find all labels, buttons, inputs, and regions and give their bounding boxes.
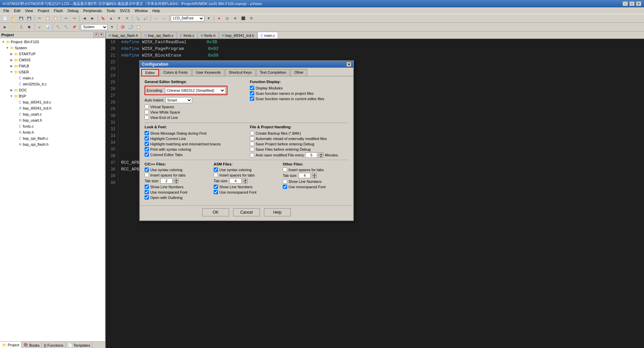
dialog-tab-shortcuts-label: Shortcut Keys — [229, 70, 252, 74]
scan-project-check[interactable] — [250, 91, 254, 95]
cpp-tab-size-row: Tab size: ▲ ▼ — [145, 178, 210, 184]
auto-save-up-btn[interactable]: ▲ — [319, 152, 323, 155]
print-syntax-row: Print with syntax coloring — [145, 147, 243, 151]
asm-tab-up-btn[interactable]: ▲ — [243, 178, 248, 181]
create-backup-row: Create Backup files (*.BAK) — [250, 131, 348, 135]
other-monospaced-check[interactable] — [283, 185, 287, 189]
asm-syntax-check[interactable] — [214, 167, 218, 172]
file-project-title: File & Project Handling: — [250, 125, 348, 129]
view-end-of-line-label: View End of Line — [150, 116, 178, 120]
dialog-close-btn[interactable]: ✕ — [346, 62, 351, 67]
dialog-overlay: Configuration ✕ Editor Colors & Fonts Us… — [0, 0, 644, 348]
save-project-debug-check[interactable] — [250, 142, 254, 146]
asm-tab-down-btn[interactable]: ▼ — [243, 181, 248, 184]
auto-indent-select[interactable]: Smart None Block — [165, 97, 192, 103]
view-white-space-check[interactable] — [145, 110, 149, 114]
display-modules-check[interactable] — [250, 86, 254, 90]
top-section: General Editor Settings: Encoding: Chine… — [145, 80, 348, 121]
save-project-debug-row: Save Project before entering Debug — [250, 142, 348, 146]
print-syntax-label: Print with syntax coloring — [150, 147, 191, 151]
auto-save-input[interactable] — [305, 152, 317, 158]
auto-save-down-btn[interactable]: ▼ — [319, 155, 323, 158]
cpp-tab-up-btn[interactable]: ▲ — [174, 178, 178, 181]
cpp-spaces-check[interactable] — [145, 173, 149, 177]
cpp-line-numbers-check[interactable] — [145, 185, 149, 189]
scan-current-check[interactable] — [250, 96, 254, 101]
cpp-tab-size-input[interactable] — [160, 178, 172, 184]
asm-files-title: ASM Files: — [214, 162, 279, 166]
auto-reload-check[interactable] — [250, 136, 254, 141]
view-end-of-line-row: View End of Line — [145, 115, 243, 120]
create-backup-label: Create Backup files (*.BAK) — [256, 131, 301, 135]
other-tab-size-input[interactable] — [299, 173, 311, 178]
other-spaces-check[interactable] — [283, 167, 287, 172]
asm-line-numbers-check[interactable] — [214, 185, 218, 189]
auto-reload-label: Automatic reload of externally modified … — [256, 137, 327, 141]
asm-spaces-label: Insert spaces for tabs — [219, 173, 255, 177]
asm-monospaced-label: Use monospaced Font — [219, 190, 257, 194]
dialog-tab-colors[interactable]: Colors & Fonts — [160, 69, 192, 76]
other-tab-down-btn[interactable]: ▼ — [312, 176, 317, 178]
asm-spaces-check[interactable] — [214, 173, 218, 177]
scan-current-row: Scan function names in current editor fi… — [250, 96, 348, 101]
dialog-tab-shortcuts[interactable]: Shortcut Keys — [225, 69, 255, 76]
create-backup-check[interactable] — [250, 131, 254, 135]
other-files: Other Files: Insert spaces for tabs Tab … — [283, 162, 348, 201]
view-end-of-line-check[interactable] — [145, 115, 149, 120]
other-line-numbers-check[interactable] — [283, 179, 287, 184]
asm-tab-size-input[interactable] — [229, 178, 241, 184]
highlight-current-line-row: Highlight Current Line — [145, 136, 243, 141]
show-message-check[interactable] — [145, 131, 149, 135]
dialog-tab-other[interactable]: Other — [290, 69, 307, 76]
cpp-outlining-check[interactable] — [145, 195, 149, 200]
dialog-tab-completion-label: Text Completion — [260, 70, 286, 74]
cpp-files-title: C/C++ Files: — [145, 162, 210, 166]
auto-save-row: Auto save modified File every ▲ ▼ Minute… — [250, 152, 348, 158]
save-files-debug-check[interactable] — [250, 147, 254, 151]
asm-line-numbers-label: Show Line Numbers — [219, 185, 253, 189]
colored-tabs-check[interactable] — [145, 152, 149, 157]
cpp-tab-spinners: ▲ ▼ — [174, 178, 178, 184]
dialog-body: General Editor Settings: Encoding: Chine… — [140, 76, 353, 204]
dialog-tab-editor[interactable]: Editor — [141, 69, 159, 76]
other-monospaced-label: Use monospaced Font — [288, 185, 326, 189]
cancel-button[interactable]: Cancel — [233, 208, 260, 216]
cpp-monospaced-check[interactable] — [145, 190, 149, 194]
cpp-monospaced-label: Use monospaced Font — [150, 190, 187, 194]
cpp-syntax-label: Use syntax coloring — [150, 168, 182, 172]
other-tab-size-row: Tab size: ▲ ▼ — [283, 173, 348, 178]
display-modules-row: Display Modules — [250, 86, 348, 90]
virtual-spaces-check[interactable] — [145, 105, 149, 109]
other-line-numbers-label: Show Line Numbers — [288, 180, 322, 184]
dialog-tab-completion[interactable]: Text Completion — [256, 69, 290, 76]
asm-syntax-label: Use syntax coloring — [219, 168, 252, 172]
highlight-braces-check[interactable] — [145, 142, 149, 146]
general-editor-settings: General Editor Settings: Encoding: Chine… — [145, 80, 243, 121]
look-and-feel: Look & Feel: Show Message Dialog during … — [145, 125, 243, 158]
divider1 — [145, 123, 348, 123]
auto-save-check[interactable] — [250, 153, 254, 157]
other-spaces-row: Insert spaces for tabs — [283, 167, 348, 172]
save-files-debug-row: Save Files before entering Debug — [250, 147, 348, 151]
view-white-space-label: View White Space — [150, 110, 180, 114]
highlight-braces-label: Highlight matching and mismatched braces — [150, 142, 221, 146]
ok-button[interactable]: OK — [202, 208, 229, 216]
asm-monospaced-check[interactable] — [214, 190, 218, 194]
cpp-tab-down-btn[interactable]: ▼ — [174, 181, 178, 184]
display-modules-label: Display Modules — [256, 86, 283, 90]
highlight-current-check[interactable] — [145, 136, 149, 141]
other-tab-up-btn[interactable]: ▲ — [312, 173, 317, 176]
look-feel-title: Look & Feel: — [145, 125, 243, 129]
view-white-space-row: View White Space — [145, 110, 243, 114]
other-monospaced-row: Use monospaced Font — [283, 185, 348, 189]
encoding-select[interactable]: Chinese GB2312 (Simplified) UTF-8 UTF-16… — [165, 87, 225, 94]
auto-indent-label: Auto Indent — [145, 98, 163, 102]
cpp-syntax-check[interactable] — [145, 167, 149, 172]
dialog-tab-keywords[interactable]: User Keywords — [192, 69, 225, 76]
show-message-label: Show Message Dialog during Find — [150, 131, 207, 135]
print-syntax-check[interactable] — [145, 147, 149, 151]
help-button[interactable]: Help — [264, 208, 291, 216]
virtual-spaces-row: Virtual Spaces — [145, 105, 243, 109]
file-project-handling: File & Project Handling: Create Backup f… — [250, 125, 348, 158]
cpp-line-numbers-label: Show Line Numbers — [150, 185, 183, 189]
